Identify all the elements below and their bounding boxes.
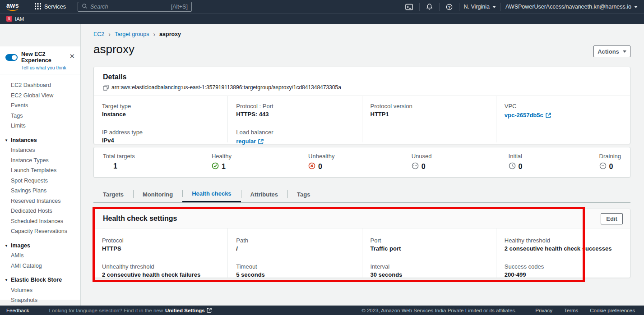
hc-protocol-value: HTTPS bbox=[102, 245, 219, 252]
main-content: EC2 › Target groups › asproxy asproxy Ac… bbox=[81, 24, 644, 306]
sidebar-item-tags[interactable]: Tags bbox=[0, 111, 80, 121]
new-experience-title: New EC2 Experience bbox=[21, 51, 76, 64]
unified-settings-link[interactable]: Unified Settings bbox=[165, 308, 212, 313]
services-menu-button[interactable]: Services bbox=[35, 3, 66, 11]
search-input[interactable] bbox=[90, 4, 168, 10]
cloudshell-icon[interactable] bbox=[403, 3, 415, 11]
sidebar-section-images[interactable]: ▼Images bbox=[0, 241, 80, 251]
new-ec2-experience-banner: New EC2 Experience Tell us what you thin… bbox=[0, 46, 80, 74]
unused-ellipsis-icon bbox=[412, 162, 419, 171]
sidebar-item-amis[interactable]: AMIs bbox=[0, 251, 80, 261]
terms-link[interactable]: Terms bbox=[564, 308, 578, 313]
protocol-port-value: HTTPS: 443 bbox=[236, 111, 353, 118]
divider bbox=[439, 3, 440, 11]
sidebar-item-capacity-reservations[interactable]: Capacity Reservations bbox=[0, 226, 80, 237]
sidebar-item-ec2-global-view[interactable]: EC2 Global View bbox=[0, 91, 80, 101]
tab-attributes[interactable]: Attributes bbox=[241, 186, 287, 202]
hc-success-codes-value: 200-499 bbox=[505, 271, 622, 278]
sidebar-item-instance-types[interactable]: Instance Types bbox=[0, 155, 80, 166]
breadcrumb-target-groups[interactable]: Target groups bbox=[115, 31, 149, 37]
sidebar: New EC2 Experience Tell us what you thin… bbox=[0, 24, 81, 306]
stat-total-targets: Total targets 1 bbox=[103, 153, 135, 177]
details-title: Details bbox=[103, 73, 621, 81]
sidebar-item-scheduled-instances[interactable]: Scheduled Instances bbox=[0, 216, 80, 227]
favorite-iam-shortcut[interactable]: IAM bbox=[6, 16, 24, 23]
sidebar-item-instances[interactable]: Instances bbox=[0, 145, 80, 155]
sidebar-item-dedicated-hosts[interactable]: Dedicated Hosts bbox=[0, 206, 80, 216]
sidebar-nav: EC2 Dashboard EC2 Global View Events Tag… bbox=[0, 74, 80, 306]
tab-monitoring[interactable]: Monitoring bbox=[133, 186, 182, 202]
stat-initial: Initial 0 bbox=[509, 153, 523, 177]
details-header: Details arn:aws:elasticloadbalancing:us-… bbox=[94, 67, 630, 96]
copy-icon[interactable] bbox=[103, 85, 109, 91]
triangle-down-icon: ▼ bbox=[5, 136, 8, 146]
total-targets-count: 1 bbox=[113, 162, 117, 170]
breadcrumb-current: asproxy bbox=[159, 31, 181, 37]
account-menu[interactable]: AWSPowerUserAccess/navaneeth.kn@harness.… bbox=[505, 4, 638, 10]
healthy-check-icon bbox=[212, 162, 219, 171]
sidebar-item-limits[interactable]: Limits bbox=[0, 121, 80, 131]
aws-smile-icon bbox=[7, 7, 18, 11]
sidebar-section-instances[interactable]: ▼Instances bbox=[0, 135, 80, 146]
sidebar-item-spot-requests[interactable]: Spot Requests bbox=[0, 176, 80, 186]
divider bbox=[30, 3, 30, 11]
breadcrumb: EC2 › Target groups › asproxy bbox=[93, 31, 181, 37]
field-label: Unhealthy threshold bbox=[102, 263, 219, 270]
sidebar-panel: New EC2 Experience Tell us what you thin… bbox=[0, 46, 80, 300]
unhealthy-x-icon bbox=[308, 162, 315, 171]
region-selector[interactable]: N. Virginia bbox=[464, 4, 496, 10]
cookie-preferences-link[interactable]: Cookie preferences bbox=[590, 308, 635, 313]
new-experience-toggle[interactable] bbox=[5, 54, 18, 61]
sidebar-item-ami-catalog[interactable]: AMI Catalog bbox=[0, 261, 80, 271]
hc-timeout-value: 5 seconds bbox=[236, 271, 353, 278]
unhealthy-count: 0 bbox=[318, 163, 322, 171]
sidebar-item-launch-templates[interactable]: Launch Templates bbox=[0, 165, 80, 176]
region-label: N. Virginia bbox=[464, 4, 490, 10]
privacy-link[interactable]: Privacy bbox=[535, 308, 552, 313]
chevron-right-icon: › bbox=[108, 32, 111, 37]
tab-targets[interactable]: Targets bbox=[93, 186, 133, 202]
actions-button[interactable]: Actions bbox=[593, 46, 630, 57]
load-balancer-link[interactable]: regular bbox=[236, 138, 264, 145]
notifications-bell-icon[interactable] bbox=[424, 3, 435, 10]
sidebar-section-elastic-block-store[interactable]: ▼Elastic Block Store bbox=[0, 275, 80, 285]
tab-tags[interactable]: Tags bbox=[287, 186, 320, 202]
favorites-bar: IAM bbox=[0, 14, 644, 24]
iam-icon bbox=[6, 16, 12, 23]
stat-healthy: Healthy 1 bbox=[212, 153, 232, 177]
page-title: asproxy bbox=[93, 42, 134, 56]
vpc-link[interactable]: vpc-2657db5c bbox=[505, 112, 551, 119]
triangle-down-icon: ▼ bbox=[5, 275, 8, 286]
tab-health-checks[interactable]: Health checks bbox=[182, 186, 241, 202]
app-grid-icon bbox=[35, 3, 41, 11]
field-label: VPC bbox=[505, 103, 622, 110]
hc-unhealthy-threshold-value: 2 consecutive health check failures bbox=[102, 271, 219, 278]
field-label: Target type bbox=[102, 103, 219, 110]
field-label: Healthy threshold bbox=[505, 237, 622, 244]
global-search[interactable]: [Alt+S] bbox=[78, 2, 192, 12]
hc-path-value: / bbox=[236, 245, 353, 252]
aws-logo[interactable]: aws bbox=[6, 3, 19, 11]
breadcrumb-ec2[interactable]: EC2 bbox=[93, 31, 104, 37]
sidebar-item-volumes[interactable]: Volumes bbox=[0, 285, 80, 296]
triangle-down-icon: ▼ bbox=[5, 241, 8, 251]
help-icon[interactable]: ? bbox=[444, 4, 454, 10]
sidebar-item-ec2-dashboard[interactable]: EC2 Dashboard bbox=[0, 80, 80, 91]
search-icon bbox=[82, 3, 88, 11]
sidebar-item-events[interactable]: Events bbox=[0, 100, 80, 111]
target-group-arn: arn:aws:elasticloadbalancing:us-east-1:3… bbox=[111, 84, 341, 91]
field-label: Port bbox=[371, 237, 488, 244]
sidebar-item-reserved-instances[interactable]: Reserved Instances bbox=[0, 196, 80, 206]
sidebar-item-savings-plans[interactable]: Savings Plans bbox=[0, 186, 80, 196]
close-icon[interactable]: ✕ bbox=[69, 53, 75, 59]
edit-button[interactable]: Edit bbox=[601, 213, 623, 224]
top-nav-right: ? N. Virginia AWSPowerUserAccess/navanee… bbox=[403, 3, 638, 11]
tell-us-link[interactable]: Tell us what you think bbox=[21, 65, 76, 70]
protocol-version-value: HTTP1 bbox=[371, 111, 488, 118]
external-link-icon bbox=[258, 139, 264, 144]
feedback-link[interactable]: Feedback bbox=[6, 308, 29, 313]
field-label: IP address type bbox=[102, 129, 219, 136]
health-check-grid: Protocol HTTPS Unhealthy threshold 2 con… bbox=[94, 228, 630, 278]
sidebar-item-snapshots[interactable]: Snapshots bbox=[0, 295, 80, 306]
field-label: Path bbox=[236, 237, 353, 244]
